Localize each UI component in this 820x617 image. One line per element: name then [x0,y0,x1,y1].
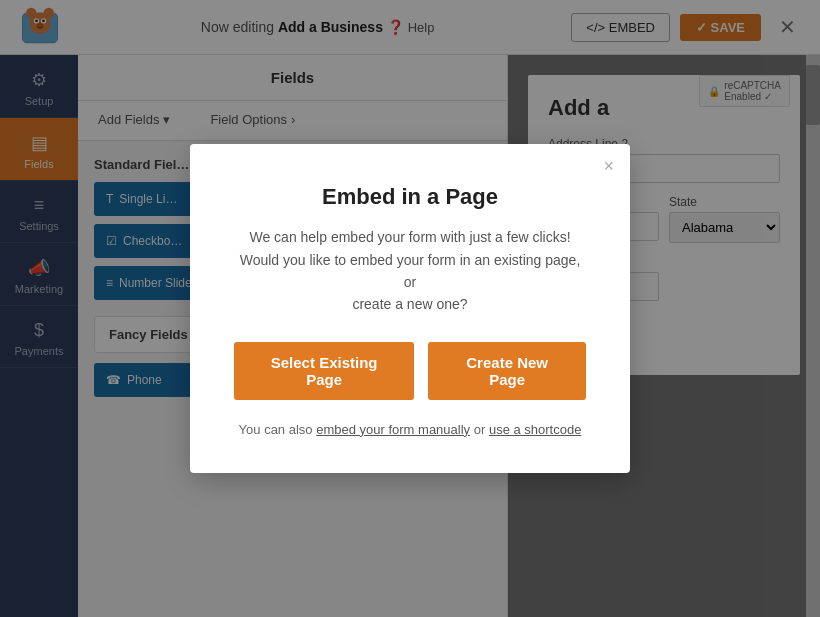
modal-title: Embed in a Page [234,184,586,210]
use-shortcode-link[interactable]: use a shortcode [489,422,582,437]
modal-description: We can help embed your form with just a … [234,226,586,316]
modal-overlay: × Embed in a Page We can help embed your… [0,0,820,617]
modal-close-button[interactable]: × [603,156,614,177]
embed-manually-link[interactable]: embed your form manually [316,422,470,437]
embed-modal: × Embed in a Page We can help embed your… [190,144,630,473]
modal-footer: You can also embed your form manually or… [234,422,586,437]
create-new-page-button[interactable]: Create New Page [428,342,586,400]
select-existing-page-button[interactable]: Select Existing Page [234,342,414,400]
modal-buttons: Select Existing Page Create New Page [234,342,586,400]
